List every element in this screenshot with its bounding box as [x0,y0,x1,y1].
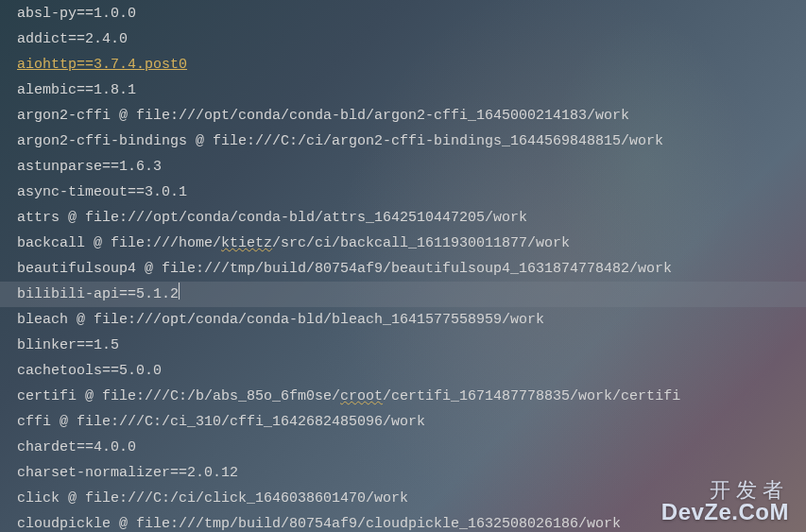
code-line[interactable]: cachetools==5.0.0 [17,358,806,384]
code-text: chardet==4.0.0 [17,439,136,455]
code-text: cffi @ file:///C:/ci_310/cffi_1642682485… [17,414,425,430]
code-line[interactable]: absl-py==1.0.0 [17,1,806,26]
spell-squiggle: ktietz [221,235,272,251]
text-cursor [179,283,180,300]
code-line[interactable]: click @ file:///C:/ci/click_164603860147… [17,486,806,511]
requirements-file-content: absl-py==1.0.0addict==2.4.0aiohttp==3.7.… [17,1,806,532]
code-text: click @ file:///C:/ci/click_164603860147… [17,490,408,506]
code-text: bilibili-api==5.1.2 [17,286,179,302]
code-line[interactable]: certifi @ file:///C:/b/abs_85o_6fm0se/cr… [17,384,806,409]
code-line[interactable]: argon2-cffi @ file:///opt/conda/conda-bl… [17,103,806,129]
code-text: alembic==1.8.1 [17,82,136,98]
code-text: astunparse==1.6.3 [17,159,162,175]
package-link[interactable]: aiohttp==3.7.4.post0 [17,57,187,73]
code-line[interactable]: bilibili-api==5.1.2 [0,282,806,307]
code-line[interactable]: argon2-cffi-bindings @ file:///C:/ci/arg… [17,129,806,154]
code-line[interactable]: backcall @ file:///home/ktietz/src/ci/ba… [17,231,806,256]
code-text: cachetools==5.0.0 [17,363,162,379]
code-text: backcall @ file:///home/ [17,235,221,251]
code-line[interactable]: async-timeout==3.0.1 [17,180,806,205]
code-line[interactable]: cffi @ file:///C:/ci_310/cffi_1642682485… [17,409,806,435]
code-line[interactable]: bleach @ file:///opt/conda/conda-bld/ble… [17,307,806,333]
code-text: cloudpickle @ file:///tmp/build/80754af9… [17,516,621,532]
code-text: /src/ci/backcall_1611930011877/work [272,235,570,251]
code-line[interactable]: aiohttp==3.7.4.post0 [17,52,806,77]
code-line[interactable]: blinker==1.5 [17,333,806,358]
code-text: bleach @ file:///opt/conda/conda-bld/ble… [17,312,544,328]
code-text: blinker==1.5 [17,337,119,353]
code-text: beautifulsoup4 @ file:///tmp/build/80754… [17,261,672,277]
code-text: attrs @ file:///opt/conda/conda-bld/attr… [17,210,527,226]
code-line[interactable]: addict==2.4.0 [17,26,806,52]
code-text: async-timeout==3.0.1 [17,184,187,200]
spell-squiggle: croot [340,388,383,404]
code-text: certifi @ file:///C:/b/abs_85o_6fm0se/ [17,388,340,404]
code-text: charset-normalizer==2.0.12 [17,465,238,481]
code-text: absl-py==1.0.0 [17,6,136,22]
code-text: /certifi_1671487778835/work/certifi [383,388,680,404]
code-line[interactable]: chardet==4.0.0 [17,435,806,460]
code-text: addict==2.4.0 [17,31,128,47]
code-line[interactable]: cloudpickle @ file:///tmp/build/80754af9… [17,511,806,532]
code-line[interactable]: astunparse==1.6.3 [17,154,806,180]
code-text: argon2-cffi @ file:///opt/conda/conda-bl… [17,108,629,124]
code-line[interactable]: beautifulsoup4 @ file:///tmp/build/80754… [17,256,806,282]
code-line[interactable]: charset-normalizer==2.0.12 [17,460,806,486]
code-text: argon2-cffi-bindings @ file:///C:/ci/arg… [17,133,663,149]
code-line[interactable]: alembic==1.8.1 [17,77,806,103]
code-line[interactable]: attrs @ file:///opt/conda/conda-bld/attr… [17,205,806,231]
